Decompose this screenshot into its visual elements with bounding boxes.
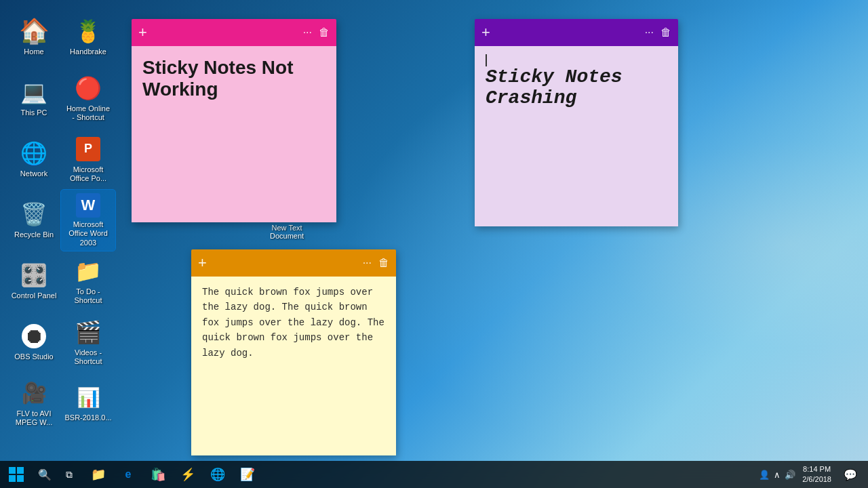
desktop-icon-recycle-bin[interactable]: 🗑️ Recycle Bin [7, 190, 61, 251]
time-display: 8:14 PM [802, 464, 831, 474]
sticky-more-button-yellow[interactable]: ··· [363, 257, 372, 269]
system-tray: 👤 ∧ 🔊 8:14 PM 2/6/2018 💬 [759, 461, 868, 488]
desktop-icon-network[interactable]: 🌐 Network [7, 129, 61, 190]
sticky-add-button-yellow[interactable]: + [198, 254, 207, 272]
notification-icon: 💬 [844, 468, 857, 481]
desktop-icon-to-do[interactable]: 📁 To Do - Shortcut [61, 251, 115, 312]
desktop-icon-videos[interactable]: 🎬 Videos - Shortcut [61, 312, 115, 373]
sticky-header-yellow: + ··· 🗑 [191, 249, 396, 277]
search-icon: 🔍 [38, 468, 52, 481]
task-view-icon: ⧉ [66, 469, 73, 481]
taskbar-icon-chrome[interactable]: 🌐 [203, 461, 232, 488]
volume-icon[interactable]: 🔊 [785, 470, 795, 480]
clock[interactable]: 8:14 PM 2/6/2018 [798, 464, 835, 485]
system-icons: 👤 ∧ 🔊 [759, 470, 795, 480]
text-cursor-purple [486, 54, 487, 66]
taskbar-icon-zapier[interactable]: ⚡ [174, 461, 202, 488]
sticky-header-purple: + ··· 🗑 [475, 19, 678, 46]
ppt-icon: P [76, 137, 100, 161]
sticky-delete-button-pink[interactable]: 🗑 [319, 26, 330, 39]
taskbar-icon-store[interactable]: 🛍️ [144, 461, 172, 488]
taskbar-icon-edge[interactable]: e [114, 461, 142, 488]
file-explorer-icon: 📁 [91, 467, 106, 482]
taskbar-pinned-icons: 📁 e 🛍️ ⚡ 🌐 📝 [84, 461, 262, 488]
search-button[interactable]: 🔍 [33, 461, 57, 488]
word-icon: W [76, 193, 100, 218]
chevron-up-icon[interactable]: ∧ [774, 470, 781, 480]
taskbar: 🔍 ⧉ 📁 e 🛍️ ⚡ 🌐 📝 [0, 461, 868, 488]
chrome-icon: 🌐 [210, 467, 225, 482]
obs-icon: ⏺ [22, 324, 46, 348]
new-text-document-label: New Text Document [270, 224, 304, 240]
sticky-title-purple: Sticky Notes Crashing [486, 66, 667, 108]
sticky-body-pink[interactable]: Sticky Notes Not Working [132, 46, 336, 222]
desktop-icon-home[interactable]: 🏠 Home [7, 7, 61, 68]
windows-logo-icon [9, 467, 24, 482]
desktop-icons-area: 🏠 Home 🍍 Handbrake 💻 This PC 🔴 Home Onli… [0, 0, 122, 461]
desktop: 🏠 Home 🍍 Handbrake 💻 This PC 🔴 Home Onli… [0, 0, 868, 488]
desktop-icon-ms-office-word[interactable]: W Microsoft Office Word 2003 [61, 190, 115, 251]
desktop-icon-home-online[interactable]: 🔴 Home Online - Shortcut [61, 68, 115, 129]
edge-icon: e [125, 468, 132, 481]
zapier-icon: ⚡ [180, 467, 195, 482]
store-icon: 🛍️ [151, 467, 165, 482]
desktop-icon-handbrake[interactable]: 🍍 Handbrake [61, 7, 115, 68]
sticky-note-pink: + ··· 🗑 Sticky Notes Not Working [132, 19, 336, 222]
sticky-delete-button-purple[interactable]: 🗑 [660, 26, 671, 39]
date-display: 2/6/2018 [802, 474, 831, 485]
notification-center-button[interactable]: 💬 [838, 461, 863, 488]
sticky-text-yellow: The quick brown fox jumps over the lazy … [202, 285, 385, 361]
desktop-icon-this-pc[interactable]: 💻 This PC [7, 68, 61, 129]
start-button[interactable] [0, 461, 33, 488]
sticky-more-button-purple[interactable]: ··· [645, 26, 654, 39]
sticky-delete-button-yellow[interactable]: 🗑 [378, 257, 389, 269]
sticky-note-yellow: + ··· 🗑 The quick brown fox jumps over t… [191, 249, 396, 455]
sticky-add-button-purple[interactable]: + [481, 24, 490, 41]
taskbar-icon-file-explorer[interactable]: 📁 [84, 461, 113, 488]
desktop-icon-ms-office-po[interactable]: P Microsoft Office Po... [61, 129, 115, 190]
sticky-note-purple: + ··· 🗑 Sticky Notes Crashing [475, 19, 678, 226]
desktop-icon-obs-studio[interactable]: ⏺ OBS Studio [7, 312, 61, 373]
desktop-icon-flv[interactable]: 🎥 FLV to AVI MPEG W... [7, 373, 61, 434]
sticky-more-button-pink[interactable]: ··· [303, 26, 312, 39]
sticky-title-pink: Sticky Notes Not Working [142, 57, 326, 100]
task-view-button[interactable]: ⧉ [57, 461, 81, 488]
sticky-add-button-pink[interactable]: + [138, 24, 147, 41]
taskbar-icon-sticky-notes[interactable]: 📝 [233, 461, 262, 488]
desktop-icon-bsr[interactable]: 📊 BSR-2018.0... [61, 373, 115, 434]
sticky-header-pink: + ··· 🗑 [132, 19, 336, 46]
user-icon[interactable]: 👤 [759, 470, 770, 480]
desktop-icon-control-panel[interactable]: 🎛️ Control Panel [7, 251, 61, 312]
sticky-body-purple[interactable]: Sticky Notes Crashing [475, 46, 678, 226]
sticky-notes-taskbar-icon: 📝 [240, 467, 255, 482]
sticky-body-yellow[interactable]: The quick brown fox jumps over the lazy … [191, 277, 396, 455]
